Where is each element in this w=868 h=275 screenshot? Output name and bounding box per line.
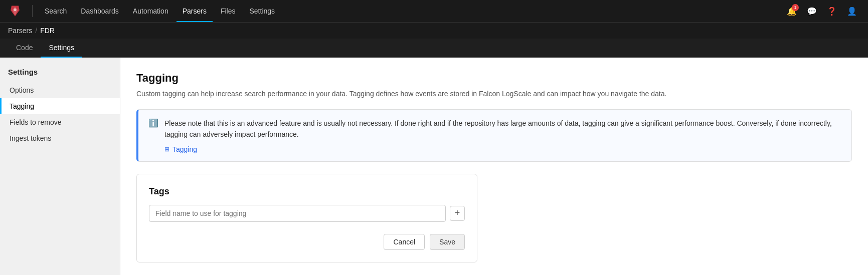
sidebar-item-ingest-tokens[interactable]: Ingest tokens [0,130,120,146]
nav-settings[interactable]: Settings [243,5,281,17]
nav-automation[interactable]: Automation [127,5,175,17]
sidebar: Settings Options Tagging Fields to remov… [0,58,120,275]
save-button[interactable]: Save [430,234,465,250]
user-menu-button[interactable]: 👤 [844,3,860,19]
breadcrumb-separator: / [35,27,37,35]
breadcrumb-current: FDR [40,27,55,35]
info-box: ℹ️ Please note that this is an advanced … [136,109,852,162]
sidebar-item-options[interactable]: Options [0,82,120,98]
svg-point-0 [14,9,16,11]
tags-card: Tags + Cancel Save [136,174,477,262]
tab-settings[interactable]: Settings [41,39,82,58]
tags-section-title: Tags [149,186,465,197]
info-text: Please note that this is an advanced fea… [164,118,841,140]
tab-bar: Code Settings [0,39,868,58]
tag-input-row: + [149,205,465,222]
add-tag-button[interactable]: + [450,206,465,221]
info-link-label: Tagging [172,145,197,153]
sidebar-heading: Settings [0,68,120,82]
top-navigation: Search Dashboards Automation Parsers Fil… [0,0,868,22]
tag-field-input[interactable] [149,205,446,222]
cancel-button[interactable]: Cancel [384,234,425,250]
sidebar-item-fields-to-remove[interactable]: Fields to remove [0,114,120,130]
chat-button[interactable]: 💬 [804,3,820,19]
link-icon: ⊞ [164,146,169,153]
nav-links: Search Dashboards Automation Parsers Fil… [39,5,784,17]
topnav-right-icons: 🔔 1 💬 ❓ 👤 [784,3,860,19]
nav-search[interactable]: Search [39,5,73,17]
info-icon: ℹ️ [148,118,158,153]
content-area: Tagging Custom tagging can help increase… [120,58,868,275]
nav-files[interactable]: Files [215,5,242,17]
breadcrumb: Parsers / FDR [0,22,868,39]
page-description: Custom tagging can help increase search … [136,89,852,99]
notification-badge: 1 [792,4,799,11]
tab-code[interactable]: Code [8,39,41,58]
page-title: Tagging [136,72,852,85]
help-button[interactable]: ❓ [824,3,840,19]
app-logo[interactable] [8,4,22,18]
nav-divider [32,5,33,17]
action-row: Cancel Save [149,234,465,250]
main-layout: Settings Options Tagging Fields to remov… [0,58,868,275]
info-tagging-link[interactable]: ⊞ Tagging [164,145,841,153]
sidebar-item-tagging[interactable]: Tagging [0,98,120,114]
breadcrumb-parent[interactable]: Parsers [8,27,32,35]
nav-dashboards[interactable]: Dashboards [75,5,125,17]
nav-parsers[interactable]: Parsers [177,5,213,17]
notifications-button[interactable]: 🔔 1 [784,3,800,19]
info-content: Please note that this is an advanced fea… [164,118,841,153]
